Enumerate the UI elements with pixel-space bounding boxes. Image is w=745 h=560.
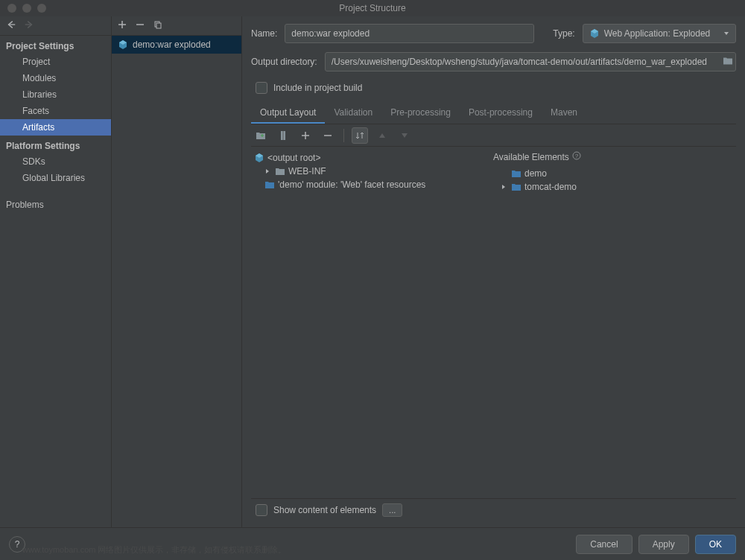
- available-header-label: Available Elements: [493, 152, 569, 162]
- include-build-row[interactable]: Include in project build: [251, 80, 736, 95]
- remove-artifact-button[interactable]: [136, 20, 145, 31]
- svg-rect-3: [156, 23, 161, 28]
- sidebar-item-global-libraries[interactable]: Global Libraries: [0, 170, 111, 186]
- svg-text:?: ?: [575, 153, 579, 159]
- type-value: Web Application: Exploded: [604, 28, 711, 39]
- traffic-lights: [0, 4, 46, 13]
- tab-pre-processing[interactable]: Pre-processing: [381, 103, 460, 124]
- cancel-button[interactable]: Cancel: [576, 535, 632, 554]
- browse-folder-button[interactable]: [723, 57, 733, 68]
- available-item-label: demo: [524, 168, 547, 179]
- sidebar-item-modules[interactable]: Modules: [0, 70, 111, 86]
- available-header: Available Elements ?: [490, 151, 736, 167]
- available-item-tomcat-demo[interactable]: tomcat-demo: [490, 180, 736, 194]
- apply-button[interactable]: Apply: [638, 535, 689, 554]
- watermark-text: www.toymoban.com 网络图片仅供展示，非存储，如有侵权请联系删除。: [22, 544, 286, 556]
- web-inf-label: WEB-INF: [288, 166, 326, 176]
- sidebar-item-project[interactable]: Project: [0, 54, 111, 70]
- name-input[interactable]: [285, 24, 534, 43]
- outdir-label: Output directory:: [251, 57, 317, 67]
- module-icon: [511, 168, 522, 179]
- show-content-checkbox[interactable]: [256, 504, 267, 516]
- content-panel: Name: Type: Web Application: Exploded Ou…: [242, 16, 745, 527]
- minimize-window-button[interactable]: [22, 4, 31, 13]
- module-icon: [511, 182, 522, 192]
- section-platform-settings: Platform Settings: [0, 136, 111, 153]
- name-label: Name:: [251, 28, 277, 39]
- web-inf-node[interactable]: WEB-INF: [251, 165, 490, 178]
- available-elements-panel: Available Elements ? demo tomcat-demo: [490, 147, 736, 498]
- window-title: Project Structure: [339, 3, 405, 13]
- move-down-button: [396, 127, 413, 144]
- add-copy-button[interactable]: [297, 127, 314, 144]
- expand-arrow-icon[interactable]: [264, 168, 272, 174]
- sidebar-item-artifacts[interactable]: Artifacts: [0, 119, 111, 136]
- tab-maven[interactable]: Maven: [542, 103, 586, 124]
- new-folder-button[interactable]: [253, 127, 269, 144]
- folder-icon: [275, 166, 285, 176]
- type-label: Type:: [553, 28, 574, 39]
- facet-resources-node[interactable]: 'demo' module: 'Web' facet resources: [251, 178, 490, 191]
- show-content-more-button[interactable]: ...: [382, 503, 402, 517]
- output-layout-body: <output root> WEB-INF 'demo' module: 'We…: [251, 147, 736, 498]
- module-icon: [264, 179, 275, 190]
- type-select[interactable]: Web Application: Exploded: [583, 24, 736, 43]
- add-artifact-button[interactable]: [118, 20, 127, 31]
- close-window-button[interactable]: [7, 4, 16, 13]
- artifact-icon: [118, 39, 128, 50]
- section-project-settings: Project Settings: [0, 36, 111, 54]
- ok-button[interactable]: OK: [695, 535, 736, 554]
- output-layout-toolbar: [251, 124, 736, 147]
- show-content-label: Show content of elements: [273, 505, 376, 515]
- name-row: Name: Type: Web Application: Exploded: [251, 24, 736, 43]
- titlebar: Project Structure: [0, 0, 745, 16]
- artifact-list-item[interactable]: demo:war exploded: [112, 36, 241, 54]
- forward-button: [24, 19, 34, 32]
- nav-icons: [0, 16, 111, 36]
- available-item-label: tomcat-demo: [524, 182, 577, 192]
- artifact-list-panel: demo:war exploded: [112, 16, 242, 527]
- output-root-node[interactable]: <output root>: [251, 151, 490, 165]
- tabs: Output Layout Validation Pre-processing …: [251, 103, 736, 124]
- move-up-button: [374, 127, 390, 144]
- help-icon[interactable]: ?: [572, 151, 581, 162]
- sidebar-item-sdks[interactable]: SDKs: [0, 153, 111, 170]
- sidebar-item-problems[interactable]: Problems: [0, 197, 111, 213]
- main-area: Project Settings Project Modules Librari…: [0, 16, 745, 527]
- output-tree[interactable]: <output root> WEB-INF 'demo' module: 'We…: [251, 147, 490, 498]
- back-button[interactable]: [6, 19, 16, 32]
- maximize-window-button[interactable]: [37, 4, 46, 13]
- expand-arrow-icon[interactable]: [501, 184, 508, 190]
- new-archive-button[interactable]: [275, 127, 291, 144]
- sidebar-item-facets[interactable]: Facets: [0, 103, 111, 119]
- artifact-item-label: demo:war exploded: [133, 39, 211, 50]
- output-root-label: <output root>: [267, 153, 320, 163]
- tab-output-layout[interactable]: Output Layout: [251, 103, 325, 124]
- outdir-input[interactable]: [325, 52, 736, 71]
- sort-button[interactable]: [352, 127, 368, 144]
- chevron-down-icon: [723, 28, 729, 39]
- sidebar: Project Settings Project Modules Librari…: [0, 16, 112, 527]
- facet-label: 'demo' module: 'Web' facet resources: [278, 179, 425, 190]
- artifact-icon: [254, 153, 264, 163]
- outdir-row: Output directory:: [251, 52, 736, 71]
- include-build-checkbox[interactable]: [256, 82, 267, 94]
- sidebar-item-libraries[interactable]: Libraries: [0, 86, 111, 103]
- remove-item-button[interactable]: [320, 127, 336, 144]
- tab-post-processing[interactable]: Post-processing: [460, 103, 542, 124]
- artifact-type-icon: [589, 28, 600, 39]
- available-item-demo[interactable]: demo: [490, 167, 736, 180]
- tab-validation[interactable]: Validation: [325, 103, 381, 124]
- show-content-row: Show content of elements ...: [251, 498, 736, 521]
- include-build-label: Include in project build: [273, 83, 362, 93]
- artifact-list-toolbar: [112, 16, 241, 36]
- copy-artifact-button[interactable]: [153, 20, 162, 31]
